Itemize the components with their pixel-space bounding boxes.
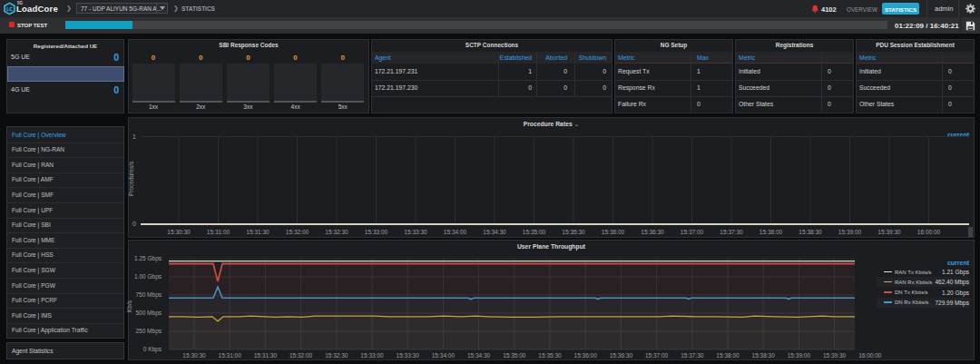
svg-text:LC: LC <box>6 6 13 12</box>
